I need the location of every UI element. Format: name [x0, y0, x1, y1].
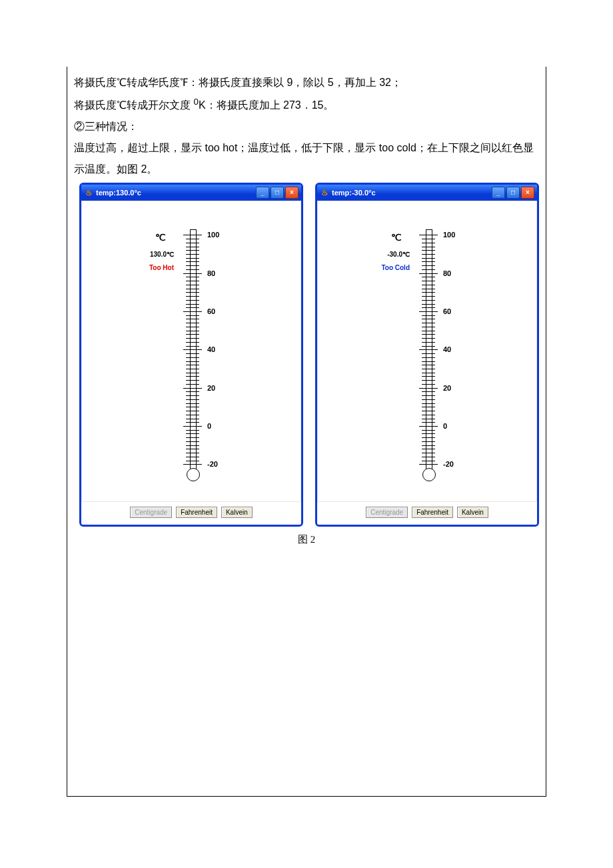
tick-major [183, 464, 202, 465]
document-page: 将摄氏度℃转成华氏度℉：将摄氏度直接乘以 9，除以 5，再加上 32； 将摄氏度… [0, 0, 613, 868]
tick-minor [186, 258, 199, 259]
tick-minor [186, 422, 199, 423]
tick-label: 40 [207, 346, 215, 353]
tick-minor [186, 403, 199, 404]
tick-label: 20 [443, 385, 451, 391]
tick-minor [186, 441, 199, 442]
fahrenheit-button[interactable]: Fahrenheit [176, 507, 217, 518]
tick-minor [186, 331, 199, 331]
tick-minor [422, 445, 435, 446]
tick-minor [422, 361, 435, 362]
minimize-button[interactable]: _ [256, 187, 269, 199]
tick-minor [186, 419, 199, 419]
maximize-button[interactable]: □ [271, 187, 284, 199]
tick-major [419, 464, 438, 465]
minimize-button[interactable]: _ [492, 187, 505, 199]
thermometer-canvas: ℃ 130.0℃ Too Hot 100806040200-20 [82, 201, 301, 501]
tick-minor [422, 403, 435, 404]
window-title: temp:-30.0°c [332, 185, 492, 200]
tick-label: 0 [443, 423, 447, 429]
tick-minor [422, 300, 435, 301]
window-too-cold: ♨ temp:-30.0°c _ □ × ℃ -30.0℃ Too Cold [315, 183, 539, 527]
tick-minor [422, 453, 435, 453]
tick-minor [186, 411, 199, 411]
tick-major [419, 235, 438, 235]
tick-minor [422, 304, 435, 305]
tick-major [419, 388, 438, 389]
tick-minor [422, 269, 435, 270]
thermometer-ticks: 100806040200-20 [416, 229, 440, 469]
thermometer-bulb [422, 468, 436, 481]
tick-minor [422, 399, 435, 400]
para-fahrenheit-rule: 将摄氏度℃转成华氏度℉：将摄氏度直接乘以 9，除以 5，再加上 32； [74, 72, 539, 93]
tick-major [183, 388, 202, 389]
tick-minor [422, 247, 435, 247]
tick-label: 100 [207, 231, 219, 238]
titlebar: ♨ temp:-30.0°c _ □ × [317, 185, 537, 201]
tick-minor [186, 334, 199, 335]
tick-minor [422, 338, 435, 339]
tick-major [419, 311, 438, 312]
tick-minor [186, 281, 199, 281]
tick-minor [422, 391, 435, 392]
tick-major [183, 426, 202, 427]
tick-minor [422, 376, 435, 377]
tick-minor [186, 289, 199, 289]
close-button[interactable]: × [521, 187, 534, 199]
window-title: temp:130.0°c [96, 185, 256, 200]
tick-minor [422, 261, 435, 262]
centigrade-button[interactable]: Centigrade [130, 507, 172, 518]
tick-major [419, 426, 438, 427]
tick-major [183, 235, 202, 235]
tick-minor [422, 327, 435, 327]
tick-minor [422, 281, 435, 281]
thermometer: 100806040200-20 [416, 229, 440, 484]
kalvein-button[interactable]: Kalvein [457, 507, 488, 518]
centigrade-button[interactable]: Centigrade [366, 507, 408, 518]
tick-minor [422, 407, 435, 407]
tick-minor [422, 437, 435, 438]
tick-minor [422, 296, 435, 297]
tick-minor [422, 292, 435, 293]
tick-minor [186, 430, 199, 431]
tick-minor [422, 380, 435, 381]
tick-minor [186, 373, 199, 373]
tick-minor [422, 265, 435, 266]
tick-minor [422, 419, 435, 419]
tick-minor [186, 342, 199, 343]
tick-minor [422, 258, 435, 259]
thermometer-bulb [187, 468, 200, 481]
tick-major [183, 349, 202, 350]
tick-minor [422, 346, 435, 347]
tick-label: 80 [207, 270, 215, 277]
tick-minor [422, 319, 435, 319]
kalvein-button[interactable]: Kalvein [221, 507, 253, 518]
status-too-hot: Too Hot [149, 261, 174, 275]
tick-minor [186, 380, 199, 381]
unit-label: ℃ [391, 228, 402, 247]
tick-minor [186, 407, 199, 407]
tick-label: 40 [443, 346, 451, 353]
tick-major [183, 273, 202, 274]
tick-major [419, 349, 438, 350]
maximize-button[interactable]: □ [506, 187, 520, 199]
temperature-value: -30.0℃ [381, 248, 410, 261]
tick-label: -20 [443, 461, 454, 467]
close-button[interactable]: × [285, 187, 299, 199]
tick-minor [422, 369, 435, 369]
status-too-cold: Too Cold [381, 261, 410, 275]
tick-minor [186, 285, 199, 285]
tick-minor [422, 243, 435, 243]
tick-minor [186, 353, 199, 354]
tick-minor [186, 247, 199, 247]
tick-minor [186, 365, 199, 365]
fahrenheit-button[interactable]: Fahrenheit [412, 507, 453, 518]
tick-minor [422, 430, 435, 431]
tick-minor [422, 357, 435, 358]
tick-minor [186, 399, 199, 400]
tick-minor [186, 304, 199, 305]
tick-minor [186, 292, 199, 293]
tick-minor [186, 384, 199, 385]
tick-minor [186, 315, 199, 316]
tick-minor [186, 327, 199, 327]
